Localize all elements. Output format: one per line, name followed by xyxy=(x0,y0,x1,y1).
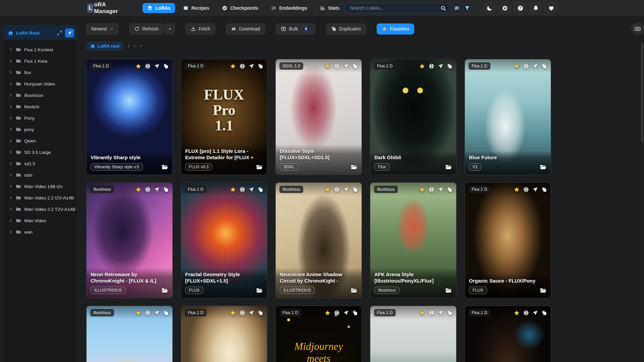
sidebar-folder-item[interactable]: pony xyxy=(4,124,77,135)
folder-open-icon[interactable] xyxy=(161,164,168,171)
send-icon[interactable] xyxy=(343,187,349,192)
favorites-button[interactable]: Favorites xyxy=(377,23,414,35)
folder-open-icon[interactable] xyxy=(445,164,452,171)
version-pill[interactable]: Vibrantly Sharp style v.5 xyxy=(91,163,143,171)
send-icon[interactable] xyxy=(154,187,160,192)
copy-icon[interactable] xyxy=(447,63,452,69)
sidebar-folder-item[interactable]: Flux.1 Krea xyxy=(4,55,77,67)
globe-icon[interactable] xyxy=(523,187,529,192)
lora-card[interactable]: Illustrious xyxy=(86,306,173,362)
folder-open-icon[interactable] xyxy=(445,287,452,294)
copy-icon[interactable] xyxy=(258,310,263,316)
send-icon[interactable] xyxy=(438,310,443,316)
copy-icon[interactable] xyxy=(541,310,547,316)
help-button[interactable]: ? xyxy=(514,2,527,14)
send-icon[interactable] xyxy=(438,187,443,192)
favorite-star-icon[interactable] xyxy=(514,310,520,316)
sidebar-folder-item[interactable]: Illustrious xyxy=(4,89,77,101)
sidebar-folder-item[interactable]: Wan Video 14B t2v xyxy=(4,181,77,192)
favorite-star-icon[interactable] xyxy=(514,63,520,69)
nav-item-stats[interactable]: Stats xyxy=(315,3,344,13)
send-icon[interactable] xyxy=(532,187,538,192)
send-icon[interactable] xyxy=(532,63,538,69)
theme-toggle-button[interactable] xyxy=(483,2,496,14)
lora-card[interactable]: Flux.1 D xyxy=(181,306,267,362)
version-pill[interactable]: FLUX xyxy=(469,287,487,294)
version-pill[interactable]: FLUX v0.3 xyxy=(185,163,212,171)
sidebar-folder-item[interactable]: Wan Video 2.2 I2V-A14B xyxy=(4,192,77,203)
lora-card[interactable]: Flux.1 D Vibrantly Sharp style Vibrantly… xyxy=(86,59,173,175)
lora-card[interactable]: Flux.1 D xyxy=(370,306,457,362)
folder-open-icon[interactable] xyxy=(351,287,358,294)
sidebar-folder-item[interactable]: Pony xyxy=(4,112,77,124)
lora-card[interactable]: Illustrious Neon Retrowave by ChronoKnig… xyxy=(86,182,173,298)
copy-icon[interactable] xyxy=(352,310,358,316)
lora-card[interactable]: Illustrious AFK Arena Style [Illustrious… xyxy=(370,182,457,298)
scrollbar-thumb[interactable] xyxy=(641,43,643,142)
copy-icon[interactable] xyxy=(258,187,263,192)
nav-item-checkpoints[interactable]: Checkpoints xyxy=(217,3,263,13)
download-button[interactable]: Download xyxy=(226,23,265,35)
favorite-star-icon[interactable] xyxy=(230,310,236,316)
sidebar-folder-item[interactable]: wan xyxy=(4,226,77,238)
support-button[interactable] xyxy=(545,2,557,14)
sidebar-folder-item[interactable]: sd1.5 xyxy=(4,158,77,169)
folder-open-icon[interactable] xyxy=(161,287,168,294)
globe-icon[interactable] xyxy=(523,310,529,316)
send-icon[interactable] xyxy=(249,187,254,192)
lora-card[interactable]: Flux.1 D xyxy=(465,306,551,362)
folder-open-icon[interactable] xyxy=(540,164,547,171)
version-pill[interactable]: Illustrious xyxy=(374,287,399,294)
lora-card[interactable]: SDXL 1.0 Dissolve Style [FLUX+SDXL+SD1.5… xyxy=(275,59,362,175)
sidebar-folder-item[interactable]: sdxl xyxy=(4,169,77,181)
favorite-star-icon[interactable] xyxy=(324,186,331,193)
pin-sidebar-button[interactable] xyxy=(65,28,74,38)
globe-icon[interactable] xyxy=(334,63,340,69)
sidebar-folder-item[interactable]: Qwen xyxy=(4,135,77,146)
copy-icon[interactable] xyxy=(163,310,169,316)
send-icon[interactable] xyxy=(249,310,254,316)
sidebar-folder-item[interactable]: SD 3.5 Large xyxy=(4,146,77,158)
breadcrumb-root[interactable]: LoRA root xyxy=(86,42,123,51)
nav-item-recipes[interactable]: Recipes xyxy=(178,3,214,13)
copy-icon[interactable] xyxy=(541,187,547,192)
send-icon[interactable] xyxy=(343,310,349,316)
lora-card[interactable]: Flux.1 D Dark Ghibli Flux xyxy=(370,59,457,175)
favorite-star-icon[interactable] xyxy=(135,310,142,316)
nav-item-embeddings[interactable]: Embeddings xyxy=(266,3,312,13)
copy-icon[interactable] xyxy=(352,187,358,192)
globe-icon[interactable] xyxy=(429,187,434,192)
lora-card[interactable]: Flux.1 D Fractal Geometry Style [FLUX+SD… xyxy=(181,182,267,298)
globe-icon[interactable] xyxy=(429,63,434,69)
refresh-button[interactable]: Refresh xyxy=(129,23,164,35)
sidebar-folder-item[interactable]: flux xyxy=(4,67,77,78)
lora-card[interactable]: Flux.1 D MidjourneymeetsFLUX xyxy=(275,306,362,362)
send-icon[interactable] xyxy=(249,63,254,69)
copy-icon[interactable] xyxy=(447,310,452,316)
version-pill[interactable]: V1 xyxy=(469,163,481,171)
favorite-star-icon[interactable] xyxy=(230,186,236,193)
globe-icon[interactable] xyxy=(429,310,434,316)
sidebar-folder-item[interactable]: Wan Video xyxy=(4,215,77,226)
send-icon[interactable] xyxy=(532,310,538,316)
filter-button[interactable] xyxy=(463,3,471,13)
folder-open-icon[interactable] xyxy=(256,164,263,171)
folder-open-icon[interactable] xyxy=(540,287,547,294)
favorite-star-icon[interactable] xyxy=(230,63,236,69)
favorite-star-icon[interactable] xyxy=(514,186,520,193)
favorite-star-icon[interactable] xyxy=(419,63,425,69)
globe-icon[interactable] xyxy=(523,63,529,69)
sidebar-folder-item[interactable]: Flux.1 Kontext xyxy=(4,44,77,55)
globe-icon[interactable] xyxy=(239,187,245,192)
duplicates-button[interactable]: Duplicates xyxy=(326,23,366,35)
sidebar-folder-item[interactable]: Hunyuan Video xyxy=(4,78,77,89)
bulk-button[interactable]: Bulk B xyxy=(276,23,315,35)
favorite-star-icon[interactable] xyxy=(419,310,425,316)
globe-icon[interactable] xyxy=(334,310,340,316)
sort-select[interactable]: Newest xyxy=(86,23,118,35)
search-options-button[interactable] xyxy=(453,3,461,13)
refresh-options-button[interactable] xyxy=(165,23,175,35)
search-input[interactable] xyxy=(344,3,450,13)
folder-open-icon[interactable] xyxy=(351,164,358,171)
globe-icon[interactable] xyxy=(145,63,151,69)
